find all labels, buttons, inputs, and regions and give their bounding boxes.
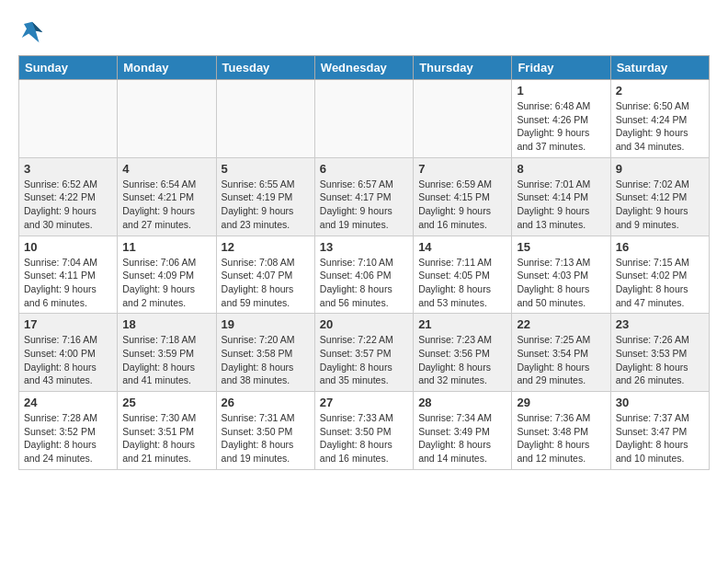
day-number: 4 [122, 162, 210, 176]
calendar-cell: 1Sunrise: 6:48 AMSunset: 4:26 PMDaylight… [512, 80, 610, 158]
calendar-cell: 12Sunrise: 7:08 AMSunset: 4:07 PMDayligh… [216, 236, 314, 314]
day-number: 17 [24, 317, 112, 331]
day-info: Sunrise: 7:31 AMSunset: 3:50 PMDaylight:… [222, 411, 310, 465]
day-info: Sunrise: 7:25 AMSunset: 3:54 PMDaylight:… [517, 333, 605, 387]
day-number: 14 [418, 240, 506, 254]
calendar: SundayMondayTuesdayWednesdayThursdayFrid… [18, 55, 710, 470]
day-number: 12 [222, 240, 310, 254]
day-info: Sunrise: 6:55 AMSunset: 4:19 PMDaylight:… [222, 178, 310, 232]
calendar-cell: 14Sunrise: 7:11 AMSunset: 4:05 PMDayligh… [414, 236, 512, 314]
day-info: Sunrise: 7:23 AMSunset: 3:56 PMDaylight:… [418, 333, 506, 387]
day-info: Sunrise: 7:01 AMSunset: 4:14 PMDaylight:… [517, 178, 605, 232]
day-info: Sunrise: 7:02 AMSunset: 4:12 PMDaylight:… [616, 178, 704, 232]
calendar-cell: 20Sunrise: 7:22 AMSunset: 3:57 PMDayligh… [314, 314, 413, 392]
day-info: Sunrise: 7:30 AMSunset: 3:51 PMDaylight:… [122, 411, 210, 465]
calendar-cell: 10Sunrise: 7:04 AMSunset: 4:11 PMDayligh… [19, 236, 118, 314]
calendar-cell: 7Sunrise: 6:59 AMSunset: 4:15 PMDaylight… [414, 157, 512, 236]
day-number: 10 [24, 240, 112, 254]
calendar-cell [118, 80, 216, 158]
day-info: Sunrise: 7:22 AMSunset: 3:57 PMDaylight:… [320, 333, 408, 387]
header [18, 18, 710, 46]
calendar-cell [414, 80, 512, 158]
day-info: Sunrise: 7:10 AMSunset: 4:06 PMDaylight:… [320, 256, 408, 310]
day-info: Sunrise: 7:16 AMSunset: 4:00 PMDaylight:… [24, 333, 112, 387]
calendar-cell: 2Sunrise: 6:50 AMSunset: 4:24 PMDaylight… [610, 80, 709, 158]
logo-icon [18, 18, 46, 46]
day-info: Sunrise: 7:28 AMSunset: 3:52 PMDaylight:… [24, 411, 112, 465]
day-number: 26 [222, 396, 310, 409]
day-number: 27 [320, 396, 408, 409]
calendar-cell: 21Sunrise: 7:23 AMSunset: 3:56 PMDayligh… [414, 314, 512, 392]
day-number: 7 [418, 162, 506, 176]
calendar-cell: 3Sunrise: 6:52 AMSunset: 4:22 PMDaylight… [19, 157, 118, 236]
weekday-tuesday: Tuesday [216, 56, 314, 80]
day-number: 29 [517, 396, 605, 409]
page: SundayMondayTuesdayWednesdayThursdayFrid… [0, 0, 728, 479]
day-info: Sunrise: 7:15 AMSunset: 4:02 PMDaylight:… [616, 256, 704, 310]
calendar-cell: 24Sunrise: 7:28 AMSunset: 3:52 PMDayligh… [19, 392, 118, 470]
day-number: 30 [616, 396, 704, 409]
calendar-cell: 8Sunrise: 7:01 AMSunset: 4:14 PMDaylight… [512, 157, 610, 236]
day-info: Sunrise: 7:04 AMSunset: 4:11 PMDaylight:… [24, 256, 112, 310]
calendar-cell: 11Sunrise: 7:06 AMSunset: 4:09 PMDayligh… [118, 236, 216, 314]
calendar-cell: 4Sunrise: 6:54 AMSunset: 4:21 PMDaylight… [118, 157, 216, 236]
calendar-cell: 29Sunrise: 7:36 AMSunset: 3:48 PMDayligh… [512, 392, 610, 470]
calendar-cell: 26Sunrise: 7:31 AMSunset: 3:50 PMDayligh… [216, 392, 314, 470]
day-info: Sunrise: 6:48 AMSunset: 4:26 PMDaylight:… [517, 99, 605, 154]
calendar-cell: 27Sunrise: 7:33 AMSunset: 3:50 PMDayligh… [314, 392, 413, 470]
day-info: Sunrise: 6:50 AMSunset: 4:24 PMDaylight:… [616, 99, 704, 154]
day-number: 21 [418, 317, 506, 331]
calendar-cell: 5Sunrise: 6:55 AMSunset: 4:19 PMDaylight… [216, 157, 314, 236]
week-row-2: 3Sunrise: 6:52 AMSunset: 4:22 PMDaylight… [19, 157, 710, 236]
calendar-cell: 18Sunrise: 7:18 AMSunset: 3:59 PMDayligh… [118, 314, 216, 392]
day-info: Sunrise: 7:18 AMSunset: 3:59 PMDaylight:… [122, 333, 210, 387]
calendar-cell: 15Sunrise: 7:13 AMSunset: 4:03 PMDayligh… [512, 236, 610, 314]
day-number: 20 [320, 317, 408, 331]
day-number: 13 [320, 240, 408, 254]
calendar-cell: 30Sunrise: 7:37 AMSunset: 3:47 PMDayligh… [610, 392, 709, 470]
day-number: 25 [122, 396, 210, 409]
weekday-header-row: SundayMondayTuesdayWednesdayThursdayFrid… [19, 56, 710, 80]
calendar-cell: 13Sunrise: 7:10 AMSunset: 4:06 PMDayligh… [314, 236, 413, 314]
svg-marker-0 [22, 22, 43, 43]
calendar-cell: 6Sunrise: 6:57 AMSunset: 4:17 PMDaylight… [314, 157, 413, 236]
day-number: 3 [24, 162, 112, 176]
weekday-friday: Friday [512, 56, 610, 80]
day-info: Sunrise: 6:52 AMSunset: 4:22 PMDaylight:… [24, 178, 112, 232]
day-number: 5 [222, 162, 310, 176]
day-info: Sunrise: 7:20 AMSunset: 3:58 PMDaylight:… [222, 333, 310, 387]
day-info: Sunrise: 7:11 AMSunset: 4:05 PMDaylight:… [418, 256, 506, 310]
day-info: Sunrise: 6:57 AMSunset: 4:17 PMDaylight:… [320, 178, 408, 232]
day-number: 8 [517, 162, 605, 176]
day-number: 15 [517, 240, 605, 254]
day-number: 11 [122, 240, 210, 254]
weekday-wednesday: Wednesday [314, 56, 413, 80]
day-number: 2 [616, 84, 704, 98]
day-number: 22 [517, 317, 605, 331]
calendar-cell: 16Sunrise: 7:15 AMSunset: 4:02 PMDayligh… [610, 236, 709, 314]
calendar-cell: 22Sunrise: 7:25 AMSunset: 3:54 PMDayligh… [512, 314, 610, 392]
day-info: Sunrise: 7:13 AMSunset: 4:03 PMDaylight:… [517, 256, 605, 310]
day-info: Sunrise: 7:33 AMSunset: 3:50 PMDaylight:… [320, 411, 408, 465]
day-number: 28 [418, 396, 506, 409]
day-info: Sunrise: 7:37 AMSunset: 3:47 PMDaylight:… [616, 411, 704, 465]
day-info: Sunrise: 7:34 AMSunset: 3:49 PMDaylight:… [418, 411, 506, 465]
day-info: Sunrise: 6:54 AMSunset: 4:21 PMDaylight:… [122, 178, 210, 232]
day-info: Sunrise: 7:36 AMSunset: 3:48 PMDaylight:… [517, 411, 605, 465]
calendar-cell [19, 80, 118, 158]
day-number: 18 [122, 317, 210, 331]
week-row-1: 1Sunrise: 6:48 AMSunset: 4:26 PMDaylight… [19, 80, 710, 158]
weekday-sunday: Sunday [19, 56, 118, 80]
calendar-cell: 23Sunrise: 7:26 AMSunset: 3:53 PMDayligh… [610, 314, 709, 392]
day-info: Sunrise: 7:08 AMSunset: 4:07 PMDaylight:… [222, 256, 310, 310]
week-row-4: 17Sunrise: 7:16 AMSunset: 4:00 PMDayligh… [19, 314, 710, 392]
day-info: Sunrise: 7:06 AMSunset: 4:09 PMDaylight:… [122, 256, 210, 310]
day-info: Sunrise: 7:26 AMSunset: 3:53 PMDaylight:… [616, 333, 704, 387]
day-number: 24 [24, 396, 112, 409]
calendar-cell: 25Sunrise: 7:30 AMSunset: 3:51 PMDayligh… [118, 392, 216, 470]
day-number: 23 [616, 317, 704, 331]
week-row-5: 24Sunrise: 7:28 AMSunset: 3:52 PMDayligh… [19, 392, 710, 470]
day-number: 9 [616, 162, 704, 176]
week-row-3: 10Sunrise: 7:04 AMSunset: 4:11 PMDayligh… [19, 236, 710, 314]
weekday-saturday: Saturday [610, 56, 709, 80]
